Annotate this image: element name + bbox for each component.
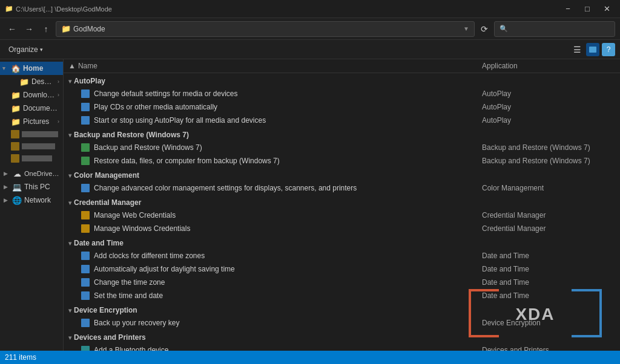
folder-icon: 📁: [61, 24, 71, 33]
list-item[interactable]: Change the time zoneDate and Time: [64, 276, 620, 289]
status-bar: 211 items: [0, 351, 620, 364]
section-title-2[interactable]: ▾ Color Management: [64, 167, 620, 181]
item-icon: [81, 345, 90, 351]
item-name: Automatically adjust for daylight saving…: [94, 265, 482, 273]
item-name: Change default settings for media or dev…: [94, 89, 482, 98]
list-item[interactable]: Change default settings for media or dev…: [64, 87, 620, 100]
back-button[interactable]: ←: [5, 22, 19, 36]
address-path: GodMode: [73, 25, 461, 33]
list-item[interactable]: Set the time and dateDate and Time: [64, 289, 620, 302]
list-item[interactable]: Manage Windows CredentialsCredential Man…: [64, 222, 620, 235]
sidebar-onedrive[interactable]: ▶ ☁ OneDrive - Personal: [0, 167, 63, 180]
home-icon: 🏠: [11, 63, 21, 73]
search-input[interactable]: [510, 25, 610, 33]
list-item[interactable]: Change advanced color management setting…: [64, 181, 620, 195]
desktop-arrow: ›: [58, 79, 59, 85]
section-title-1[interactable]: ▾ Backup and Restore (Windows 7): [64, 127, 620, 141]
documents-folder-icon: 📁: [11, 103, 21, 113]
name-column-header[interactable]: ▲ Name: [68, 62, 482, 70]
address-dropdown-arrow[interactable]: ▼: [463, 25, 469, 32]
section-date-and-time: ▾ Date and Time Add clocks for different…: [64, 235, 620, 302]
thispc-expand-icon: ▶: [4, 184, 10, 190]
title-bar: 📁 C:\Users\[...] \Desktop\GodMode − □ ✕: [0, 0, 620, 18]
section-title-0[interactable]: ▾ AutoPlay: [64, 73, 620, 87]
list-item[interactable]: Automatically adjust for daylight saving…: [64, 262, 620, 276]
section-title-3[interactable]: ▾ Credential Manager: [64, 195, 620, 209]
sidebar-item-folder2[interactable]: [0, 140, 63, 152]
maximize-button[interactable]: □: [579, 3, 596, 15]
section-device-encryption: ▾ Device Encryption Back up your recover…: [64, 302, 620, 330]
section-color-management: ▾ Color Management Change advanced color…: [64, 167, 620, 195]
organize-arrow-icon: ▾: [40, 47, 43, 53]
list-item[interactable]: Add clocks for different time zonesDate …: [64, 249, 620, 262]
folder3-icon: [11, 154, 19, 163]
list-item[interactable]: Manage Web CredentialsCredential Manager: [64, 209, 620, 222]
minimize-button[interactable]: −: [559, 3, 576, 15]
column-headers: ▲ Name Application: [64, 59, 620, 73]
sidebar-item-folder3[interactable]: [0, 152, 63, 164]
content-area: ▲ Name Application ▾ AutoPlay Change def…: [64, 59, 620, 351]
item-name: Restore data, files, or computer from ba…: [94, 157, 482, 165]
section-title-6[interactable]: ▾ Devices and Printers: [64, 330, 620, 343]
list-item[interactable]: Backup and Restore (Windows 7)Backup and…: [64, 141, 620, 154]
close-button[interactable]: ✕: [598, 3, 615, 15]
section-label: Backup and Restore (Windows 7): [74, 131, 189, 139]
item-name: Change advanced color management setting…: [94, 184, 482, 192]
item-name: Play CDs or other media automatically: [94, 103, 482, 111]
item-app: Date and Time: [482, 278, 615, 287]
sidebar-item-folder1[interactable]: [0, 128, 63, 140]
item-count: 211 items: [5, 353, 36, 362]
organize-button[interactable]: Organize ▾: [5, 43, 47, 56]
list-item[interactable]: Restore data, files, or computer from ba…: [64, 154, 620, 167]
forward-button[interactable]: →: [22, 22, 36, 36]
item-app: Date and Time: [482, 265, 615, 273]
section-label: Color Management: [74, 171, 139, 180]
section-chevron-icon: ▾: [68, 172, 71, 179]
sidebar-home[interactable]: ▾ 🏠 Home: [0, 62, 63, 75]
item-app: Credential Manager: [482, 224, 615, 233]
item-icon: [81, 318, 90, 328]
section-label: Device Encryption: [74, 306, 137, 314]
item-app: Credential Manager: [482, 211, 615, 219]
navigation-toolbar: ← → ↑ 📁 GodMode ▼ ⟳ 🔍: [0, 18, 620, 40]
window-icon: 📁: [5, 5, 13, 13]
up-button[interactable]: ↑: [39, 22, 53, 36]
item-app: Devices and Printers: [482, 346, 615, 351]
item-icon: [81, 224, 90, 233]
address-bar[interactable]: 📁 GodMode ▼: [56, 21, 475, 37]
sidebar-item-documents[interactable]: 📁 Documents: [0, 102, 63, 115]
sidebar-item-desktop[interactable]: 📁 Desktop ›: [0, 75, 63, 88]
item-name: Manage Windows Credentials: [94, 224, 482, 233]
section-chevron-icon: ▾: [68, 200, 71, 206]
list-item[interactable]: Add a Bluetooth deviceDevices and Printe…: [64, 343, 620, 351]
view-details-button[interactable]: ☰: [570, 43, 584, 56]
section-title-5[interactable]: ▾ Device Encryption: [64, 302, 620, 316]
refresh-button[interactable]: ⟳: [477, 22, 492, 36]
item-name: Start or stop using AutoPlay for all med…: [94, 116, 482, 125]
app-column-header[interactable]: Application: [482, 62, 615, 70]
help-button[interactable]: ?: [602, 43, 615, 56]
section-credential-manager: ▾ Credential Manager Manage Web Credenti…: [64, 195, 620, 235]
downloads-arrow: ›: [58, 92, 59, 98]
item-icon: [81, 115, 90, 125]
folder2-icon: [11, 142, 19, 151]
home-expand-icon: ▾: [2, 65, 8, 71]
item-name: Backup and Restore (Windows 7): [94, 143, 482, 152]
header-sort-icon: ▲: [68, 62, 76, 70]
list-item[interactable]: Start or stop using AutoPlay for all med…: [64, 114, 620, 127]
section-chevron-icon: ▾: [68, 132, 71, 138]
list-item[interactable]: Back up your recovery keyDevice Encrypti…: [64, 316, 620, 330]
view-active-button[interactable]: [586, 43, 599, 56]
sidebar-item-pictures[interactable]: 📁 Pictures ›: [0, 115, 63, 128]
search-bar[interactable]: 🔍: [494, 21, 615, 37]
sidebar-item-downloads[interactable]: 📁 Downloads ›: [0, 88, 63, 102]
list-item[interactable]: Play CDs or other media automaticallyAut…: [64, 100, 620, 114]
sidebar-network[interactable]: ▶ 🌐 Network: [0, 193, 63, 207]
sidebar-thispc[interactable]: ▶ 💻 This PC: [0, 180, 63, 193]
search-icon: 🔍: [500, 25, 508, 33]
downloads-folder-icon: 📁: [11, 90, 21, 100]
section-title-4[interactable]: ▾ Date and Time: [64, 235, 620, 249]
organize-label: Organize: [8, 45, 38, 54]
item-app: AutoPlay: [482, 116, 615, 125]
section-label: Date and Time: [74, 239, 124, 247]
